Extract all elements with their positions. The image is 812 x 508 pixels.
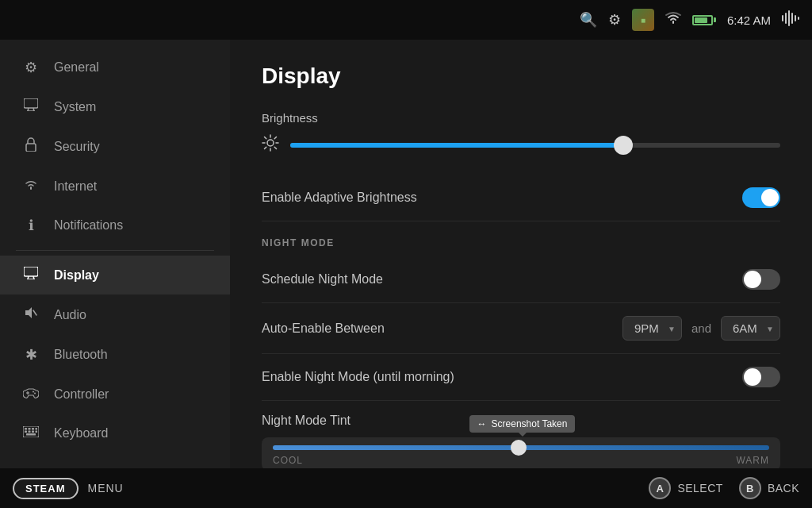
brightness-slider-thumb[interactable] (614, 136, 633, 155)
end-time-wrapper: 6AM (721, 316, 780, 341)
waveform-icon (782, 10, 799, 29)
bottombar: STEAM MENU A SELECT B BACK (0, 468, 812, 508)
tint-labels: COOL WARM (273, 455, 769, 466)
brightness-sun-icon (262, 134, 279, 156)
svg-rect-2 (788, 10, 790, 26)
sidebar-item-security[interactable]: Security (0, 126, 230, 167)
keyboard-icon (22, 425, 40, 441)
brightness-slider-track[interactable] (290, 143, 780, 148)
svg-point-19 (33, 391, 34, 393)
svg-rect-30 (26, 433, 36, 436)
svg-rect-29 (36, 431, 38, 433)
sidebar-item-general[interactable]: ⚙ General (0, 48, 230, 87)
display-icon (22, 267, 40, 283)
sidebar-item-display[interactable]: Display (0, 256, 230, 294)
svg-rect-1 (785, 13, 787, 24)
b-button[interactable]: B (739, 477, 761, 499)
avatar[interactable]: ■ (632, 9, 654, 31)
sidebar-item-system[interactable]: System (0, 87, 230, 126)
svg-rect-10 (26, 144, 36, 152)
auto-enable-label: Auto-Enable Between (262, 321, 385, 336)
brightness-label: Brightness (262, 111, 780, 125)
info-icon: ℹ (22, 217, 40, 234)
sidebar-label-general: General (54, 60, 99, 75)
sidebar-item-controller[interactable]: Controller (0, 375, 230, 414)
tint-cool-label: COOL (273, 455, 303, 466)
wifi-icon (665, 12, 681, 28)
select-label: SELECT (677, 482, 722, 495)
menu-label: MENU (88, 482, 124, 495)
brightness-slider-row (262, 134, 780, 156)
auto-enable-row: Auto-Enable Between 9PM and 6AM (262, 303, 780, 354)
sidebar-label-notifications: Notifications (54, 218, 123, 233)
sidebar-item-notifications[interactable]: ℹ Notifications (0, 206, 230, 245)
svg-rect-22 (25, 428, 27, 430)
sidebar-item-internet[interactable]: Internet (0, 167, 230, 206)
svg-rect-6 (24, 98, 38, 108)
adaptive-brightness-label: Enable Adaptive Brightness (262, 190, 417, 205)
schedule-night-mode-toggle[interactable] (742, 269, 780, 290)
auto-enable-dropdowns: 9PM and 6AM (622, 316, 780, 341)
svg-rect-23 (29, 428, 31, 430)
search-icon[interactable]: 🔍 (580, 11, 597, 29)
svg-rect-25 (36, 428, 38, 430)
enable-night-morning-label: Enable Night Mode (until morning) (262, 370, 454, 384)
tint-slider-thumb[interactable] (511, 440, 527, 456)
topbar-time: 6:42 AM (727, 13, 771, 27)
content-area: Display Brightness (230, 40, 812, 468)
schedule-night-mode-label: Schedule Night Mode (262, 272, 383, 287)
steam-button[interactable]: STEAM (13, 478, 79, 499)
a-button[interactable]: A (649, 477, 671, 499)
sidebar-label-internet: Internet (54, 179, 97, 194)
svg-line-39 (265, 147, 266, 148)
sidebar-label-audio: Audio (54, 308, 86, 322)
sidebar-label-keyboard: Keyboard (54, 426, 109, 441)
svg-rect-4 (795, 15, 796, 21)
signal-icon (22, 178, 40, 194)
svg-point-20 (34, 393, 36, 394)
adaptive-brightness-row: Enable Adaptive Brightness (262, 175, 780, 221)
lock-icon (22, 137, 40, 156)
auto-enable-and: and (691, 321, 711, 335)
sidebar-label-controller: Controller (54, 387, 109, 402)
svg-line-38 (274, 137, 276, 139)
sidebar-item-keyboard[interactable]: Keyboard (0, 414, 230, 452)
topbar: 🔍 ⚙ ■ 6:42 AM (0, 0, 812, 40)
svg-rect-24 (32, 428, 34, 430)
tint-slider-track[interactable] (273, 445, 769, 450)
bottom-actions: A SELECT B BACK (649, 477, 799, 499)
start-time-select[interactable]: 9PM (622, 316, 682, 341)
select-action: A SELECT (649, 477, 722, 499)
svg-rect-11 (24, 267, 38, 276)
sidebar-item-audio[interactable]: Audio (0, 294, 230, 335)
audio-icon (22, 306, 40, 324)
bluetooth-icon: ✱ (22, 346, 40, 364)
schedule-night-mode-knob (744, 271, 761, 288)
controller-icon (22, 386, 40, 402)
svg-rect-28 (32, 431, 34, 433)
sidebar-divider (16, 250, 214, 251)
svg-rect-0 (782, 15, 783, 21)
tint-warm-label: WARM (736, 455, 769, 466)
enable-night-morning-toggle[interactable] (742, 367, 780, 387)
start-time-wrapper: 9PM (622, 316, 682, 341)
sidebar: ⚙ General System Security (0, 40, 230, 468)
enable-night-morning-knob (744, 368, 761, 386)
monitor-icon (22, 98, 40, 115)
svg-rect-3 (791, 13, 793, 24)
adaptive-brightness-toggle[interactable] (742, 187, 780, 208)
gear-icon: ⚙ (22, 59, 40, 76)
settings-icon[interactable]: ⚙ (608, 11, 621, 29)
tint-slider-area: ↔ Screenshot Taken COOL WARM (262, 437, 780, 468)
main-layout: ⚙ General System Security (0, 40, 812, 468)
end-time-select[interactable]: 6AM (721, 316, 780, 341)
sidebar-item-bluetooth[interactable]: ✱ Bluetooth (0, 335, 230, 375)
sidebar-label-display: Display (54, 268, 99, 283)
svg-line-36 (265, 137, 266, 139)
back-label: BACK (768, 482, 799, 495)
sidebar-label-bluetooth: Bluetooth (54, 348, 108, 362)
svg-rect-26 (25, 431, 27, 433)
sidebar-label-system: System (54, 100, 96, 114)
svg-line-16 (33, 310, 36, 315)
screenshot-toast: ↔ Screenshot Taken (469, 415, 576, 433)
